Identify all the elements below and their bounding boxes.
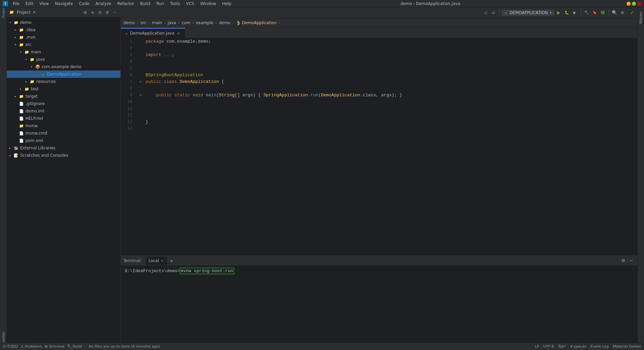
add-terminal-tab[interactable]: + — [168, 257, 175, 264]
indent-status[interactable]: Tab* — [558, 344, 566, 349]
tree-item-demoapplication[interactable]: ☕ DemoApplication — [7, 70, 120, 78]
bc-sep2: › — [148, 20, 150, 25]
line-ending-status[interactable]: LF — [535, 344, 539, 349]
tree-item-resources[interactable]: 📁 resources — [7, 78, 120, 85]
menu-run[interactable]: Run — [154, 1, 167, 7]
tree-item-iml[interactable]: 📄 demo.iml — [7, 107, 120, 115]
tree-item-src[interactable]: 📁 src — [7, 41, 120, 48]
bc-main[interactable]: main — [152, 20, 162, 25]
search-everywhere-button[interactable]: 🔍 — [611, 9, 618, 16]
tree-item-gitignore[interactable]: 📄 .gitignore — [7, 100, 120, 107]
encoding-status[interactable]: UTF-8 — [543, 344, 554, 349]
settings-button[interactable]: ⚙ — [619, 9, 626, 16]
back-button[interactable]: ◁ — [482, 9, 489, 16]
tab-close-button[interactable]: × — [176, 31, 181, 36]
spring-icon-bc: 🍃 — [236, 21, 241, 25]
code-editor[interactable]: 1 package com.example.demo; 2 3 import .… — [121, 38, 637, 255]
panel-dropdown-arrow[interactable]: ▾ — [33, 10, 35, 14]
tree-item-mvn[interactable]: 📁 .mvn — [7, 34, 120, 41]
build-status[interactable]: 🔨 Build — [67, 344, 82, 349]
tree-label-mvn: .mvn — [25, 35, 36, 40]
maven-label[interactable]: Maven — [638, 9, 644, 26]
tree-item-mvnw[interactable]: 📁 mvnw — [7, 122, 120, 130]
tree-label-java: java — [36, 57, 45, 62]
bc-example[interactable]: example — [196, 20, 213, 25]
git-button[interactable]: 🌿 — [599, 9, 606, 16]
bookmark-button[interactable]: 🔖 — [591, 9, 598, 16]
bc-com[interactable]: com — [182, 20, 191, 25]
panel-settings-icon[interactable]: ⚙ — [104, 9, 110, 15]
menu-build[interactable]: Build — [138, 1, 153, 7]
tree-item-package[interactable]: 📦 com.example.demo — [7, 63, 120, 70]
run-button[interactable]: ▶ — [555, 9, 562, 16]
run-with-coverage-button[interactable]: ▶ — [571, 9, 579, 16]
bc-src[interactable]: src — [141, 20, 147, 25]
fold-arrow-7[interactable]: ▶ — [140, 79, 142, 85]
code-line-13: 13 } — [121, 119, 637, 126]
tree-item-scratches[interactable]: 📝 Scratches and Consoles — [7, 152, 120, 159]
menu-navigate[interactable]: Navigate — [52, 1, 76, 7]
tree-item-mvnwcmd[interactable]: 📄 mvnw.cmd — [7, 130, 120, 137]
menu-vcs[interactable]: VCS — [183, 1, 197, 7]
project-sidebar-icon[interactable]: Project — [0, 9, 7, 15]
menu-code[interactable]: Code — [76, 1, 92, 7]
bc-java[interactable]: java — [168, 20, 176, 25]
menu-edit[interactable]: Edit — [23, 1, 36, 7]
menu-refactor[interactable]: Refactor — [115, 1, 137, 7]
tree-item-test[interactable]: 📁 test — [7, 85, 120, 93]
terminal-tab-close[interactable]: × — [160, 259, 164, 263]
tree-arrow-java — [24, 57, 28, 61]
menu-view[interactable]: View — [37, 1, 51, 7]
menu-help[interactable]: Help — [219, 1, 234, 7]
tree-item-demo[interactable]: 📁 demo — [7, 19, 120, 26]
menu-window[interactable]: Window — [198, 1, 219, 7]
mvn-folder-icon: 📁 — [19, 35, 24, 40]
bc-demo[interactable]: demo — [123, 20, 135, 25]
terminal-status[interactable]: ⊞ Terminal — [45, 344, 64, 349]
menu-analyze[interactable]: Analyze — [93, 1, 114, 7]
tree-label-pomxml: pom.xml — [25, 138, 43, 143]
build-button[interactable]: 🔨 — [583, 9, 590, 16]
terminal-settings-icon[interactable]: ⚙ — [620, 257, 627, 264]
problems-status[interactable]: ⚠ Problems — [20, 344, 42, 349]
tree-item-main[interactable]: 📁 main — [7, 48, 120, 56]
tree-item-target[interactable]: 📁 target — [7, 93, 120, 100]
hide-panel-icon[interactable]: ⊟ — [97, 9, 103, 15]
code-content-13: } — [144, 119, 637, 126]
panel-minimize-icon[interactable]: ─ — [112, 9, 118, 15]
navigate-files-button[interactable]: 🗂 — [490, 9, 497, 16]
editor-tab-demoapplication[interactable]: ☕ DemoApplication.java × — [121, 28, 185, 38]
code-line-4: 4 — [121, 58, 637, 65]
close-button[interactable] — [637, 2, 641, 6]
run-config-dropdown[interactable]: ▾ — [550, 11, 552, 14]
event-log-status[interactable]: Event Log — [590, 344, 609, 349]
terminal-tab-local[interactable]: Local × — [146, 257, 167, 265]
run-config-selector[interactable]: ☕ DEMOAPPLICATION ▾ — [501, 10, 554, 16]
menu-tools[interactable]: Tools — [167, 1, 183, 7]
theme-status[interactable]: Material Darker — [613, 344, 641, 349]
fold-arrow-9[interactable]: ▶ — [140, 92, 142, 99]
bc-sep5: › — [193, 20, 194, 25]
terminal-minimize-icon[interactable]: ─ — [628, 257, 635, 264]
bc-class[interactable]: 🍃 DemoApplication — [236, 20, 277, 25]
tree-arrow-demo — [8, 20, 12, 24]
tree-item-ext-libs[interactable]: 📚 External Libraries — [7, 144, 120, 152]
compact-directories-icon[interactable]: ⊞ — [82, 9, 88, 15]
tree-item-pomxml[interactable]: 📄 pom.xml — [7, 137, 120, 144]
tree-item-java[interactable]: 📁 java — [7, 56, 120, 63]
project-icon: 📁 — [13, 20, 19, 25]
bc-demo2[interactable]: demo — [219, 20, 230, 25]
code-line-7: 7 ▶ public class DemoApplication { — [121, 79, 637, 85]
terminal-content[interactable]: G:\IdeaProjects\demo>mvnw spring-boot:ru… — [121, 266, 637, 343]
favorites-icon[interactable]: Favorites — [0, 336, 7, 343]
menu-file[interactable]: File — [10, 1, 22, 7]
minimize-button[interactable] — [627, 2, 631, 6]
indent-size-status[interactable]: 4 spaces — [570, 344, 587, 349]
tree-item-idea[interactable]: 📁 .idea — [7, 26, 120, 34]
todo-status[interactable]: ☑ TODO — [3, 344, 18, 349]
collapse-all-icon[interactable]: ≡ — [90, 9, 96, 15]
maximize-button[interactable] — [632, 2, 636, 6]
tree-item-helpmd[interactable]: 📄 HELP.md — [7, 115, 120, 122]
code-line-14: 14 — [121, 126, 637, 132]
debug-button[interactable]: 🐛 — [563, 9, 571, 16]
